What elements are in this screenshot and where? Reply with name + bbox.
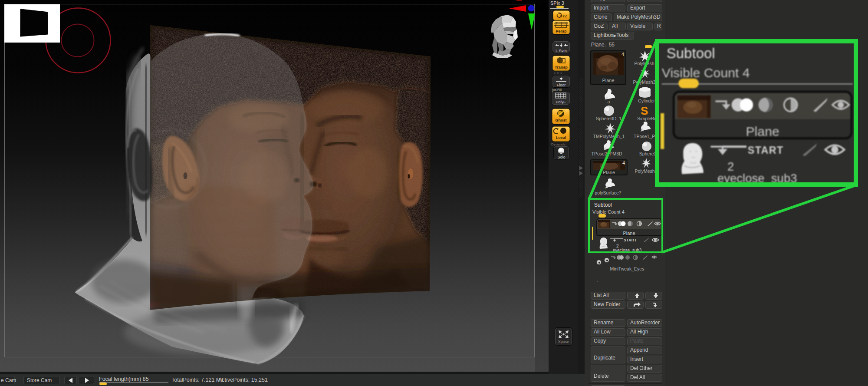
svg-text:START: START	[748, 145, 784, 156]
svg-text:XYZ: XYZ	[560, 14, 567, 18]
